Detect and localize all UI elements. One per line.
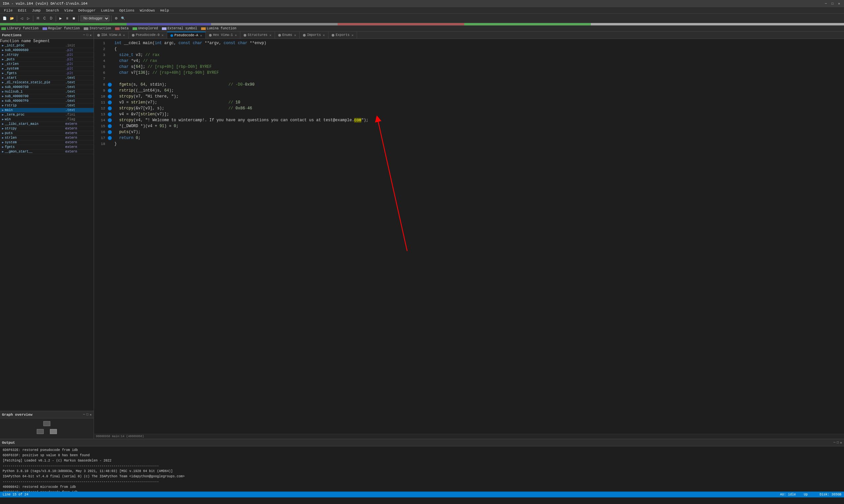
line-breakpoint-dot[interactable] xyxy=(108,142,112,146)
line-breakpoint-dot[interactable] xyxy=(108,59,112,63)
menu-windows[interactable]: Windows xyxy=(137,8,158,13)
function-row-sub_400007F0[interactable]: ▶sub_400007F0.text xyxy=(0,99,93,104)
line-breakpoint-dot[interactable] xyxy=(108,41,112,45)
output-close[interactable]: ✕ xyxy=(840,441,842,445)
toolbar-misc1[interactable]: ⚙ xyxy=(113,16,119,21)
function-row-_dl_relocate_static_pie[interactable]: ▶_dl_relocate_static_pie.text xyxy=(0,80,93,85)
debugger-selector[interactable]: No debugger xyxy=(81,16,109,21)
function-row-fgets[interactable]: ▶fgetsextern xyxy=(0,145,93,149)
line-breakpoint-dot[interactable] xyxy=(108,112,112,116)
toolbar-run[interactable]: ▶ xyxy=(58,16,64,21)
line-breakpoint-dot[interactable] xyxy=(108,71,112,75)
functions-table[interactable]: ▶_init_proc.init▶sub_40000680.plt▶_strcp… xyxy=(0,43,93,436)
function-row-nullsub_1[interactable]: ▶nullsub_1.text xyxy=(0,90,93,94)
function-row-_term_proc[interactable]: ▶_term_proc.fini xyxy=(0,113,93,117)
menu-search[interactable]: Search xyxy=(43,8,62,13)
line-breakpoint-dot[interactable] xyxy=(108,118,112,122)
line-breakpoint-dot[interactable] xyxy=(108,101,112,104)
toolbar-hex[interactable]: H xyxy=(35,16,41,21)
function-row-main[interactable]: ▶main.text xyxy=(0,108,93,113)
line-breakpoint-dot[interactable] xyxy=(108,65,112,69)
graph-overview-float[interactable]: □ xyxy=(86,413,88,417)
tab-exports-close[interactable]: ✕ xyxy=(351,33,354,37)
function-row-strcpy[interactable]: ▶strcpyextern xyxy=(0,126,93,131)
toolbar-back[interactable]: ◁ xyxy=(19,16,25,21)
window-controls[interactable]: ─ □ ✕ xyxy=(824,1,841,6)
output-content[interactable]: 6D6F632E: restored pseudocode from idb6D… xyxy=(0,446,844,491)
function-row-win[interactable]: ▶win.flag xyxy=(0,117,93,122)
line-breakpoint-dot[interactable] xyxy=(108,77,112,81)
line-breakpoint-dot[interactable] xyxy=(108,53,112,57)
toolbar-misc2[interactable]: 🔍 xyxy=(120,16,126,21)
line-breakpoint-dot[interactable] xyxy=(108,47,112,51)
tab-imports-label: Imports xyxy=(307,33,321,37)
function-row-_strcpy[interactable]: ▶_strcpy.plt xyxy=(0,53,93,57)
tab-pseudocode-0[interactable]: Pseudocode-0 ✕ xyxy=(128,32,167,39)
function-row-sub_40000680[interactable]: ▶sub_40000680.plt xyxy=(0,48,93,53)
functions-panel-minimize[interactable]: ─ xyxy=(83,33,85,37)
menu-debugger[interactable]: Debugger xyxy=(75,8,98,13)
tab-pseudocode-0-close[interactable]: ✕ xyxy=(161,33,163,37)
function-row-_fgets[interactable]: ▶_fgets.plt xyxy=(0,71,93,76)
toolbar-code[interactable]: C xyxy=(41,16,48,21)
function-row-_strlen[interactable]: ▶_strlen.plt xyxy=(0,62,93,67)
output-minimize[interactable]: ─ xyxy=(833,441,836,445)
function-row-__libc_start_main[interactable]: ▶__libc_start_mainextern xyxy=(0,122,93,126)
line-breakpoint-dot[interactable] xyxy=(108,136,112,140)
tab-pseudocode-a-close[interactable]: ✕ xyxy=(200,34,202,38)
menu-edit[interactable]: Edit xyxy=(15,8,29,13)
toolbar-stop[interactable]: ⏹ xyxy=(71,16,77,21)
tab-hex-view-1[interactable]: Hex View-1 ✕ xyxy=(206,32,240,39)
function-row-__gmon_start__[interactable]: ▶__gmon_start__extern xyxy=(0,149,93,154)
line-breakpoint-dot[interactable] xyxy=(108,83,112,87)
line-breakpoint-dot[interactable] xyxy=(108,94,112,98)
functions-panel-close[interactable]: ✕ xyxy=(90,33,92,37)
graph-overview-minimize[interactable]: ─ xyxy=(83,413,85,417)
function-row-strlen[interactable]: ▶strlenextern xyxy=(0,136,93,140)
line-breakpoint-dot[interactable] xyxy=(108,89,112,93)
function-row-sub_400007S0[interactable]: ▶sub_400007S0.text xyxy=(0,85,93,90)
function-row-puts[interactable]: ▶putsextern xyxy=(0,131,93,136)
toolbar-forward[interactable]: ▷ xyxy=(25,16,31,21)
function-row-rstrip[interactable]: ▶rstrip.text xyxy=(0,104,93,108)
tab-enums-close[interactable]: ✕ xyxy=(294,33,296,37)
function-row-sub_40000700[interactable]: ▶sub_40000700.text xyxy=(0,94,93,99)
graph-overview-close[interactable]: ✕ xyxy=(90,413,92,417)
tab-exports[interactable]: Exports ✕ xyxy=(328,32,357,39)
menu-jump[interactable]: Jump xyxy=(29,8,43,13)
tab-pseudocode-a[interactable]: Pseudocode-A ✕ xyxy=(167,32,206,39)
tab-hex-view-1-close[interactable]: ✕ xyxy=(235,33,237,37)
tab-enums[interactable]: Enums ✕ xyxy=(275,32,300,39)
menu-file[interactable]: File xyxy=(1,8,15,13)
function-row-_system[interactable]: ▶_system.plt xyxy=(0,67,93,71)
menu-lumina[interactable]: Lumina xyxy=(98,8,117,13)
line-breakpoint-dot[interactable] xyxy=(108,130,112,134)
menu-help[interactable]: Help xyxy=(158,8,171,13)
minimize-button[interactable]: ─ xyxy=(824,1,828,6)
function-segment: .plt xyxy=(65,49,92,52)
toolbar-pause[interactable]: ⏸ xyxy=(64,16,70,21)
close-button[interactable]: ✕ xyxy=(837,1,841,6)
functions-panel-float[interactable]: □ xyxy=(86,33,88,37)
tab-ida-view-a-close[interactable]: ✕ xyxy=(123,33,125,37)
output-float[interactable]: □ xyxy=(837,441,839,445)
maximize-button[interactable]: □ xyxy=(830,1,835,6)
menu-options[interactable]: Options xyxy=(117,8,137,13)
tab-hex-view-1-label: Hex View-1 xyxy=(213,33,233,37)
line-breakpoint-dot[interactable] xyxy=(108,124,112,128)
tab-imports-close[interactable]: ✕ xyxy=(323,33,325,37)
toolbar-data[interactable]: D xyxy=(48,16,54,21)
toolbar-open[interactable]: 📂 xyxy=(8,16,15,21)
tab-ida-view-a[interactable]: IDA View-A ✕ xyxy=(94,32,128,39)
function-row-_start[interactable]: ▶_start.text xyxy=(0,76,93,80)
function-row-system[interactable]: ▶systemextern xyxy=(0,140,93,145)
function-row-_init_proc[interactable]: ▶_init_proc.init xyxy=(0,43,93,48)
line-breakpoint-dot[interactable] xyxy=(108,106,112,110)
toolbar-new[interactable]: 📄 xyxy=(1,16,8,21)
tab-structures[interactable]: Structures ✕ xyxy=(240,32,275,39)
function-row-_puts[interactable]: ▶_puts.plt xyxy=(0,57,93,62)
tab-structures-close[interactable]: ✕ xyxy=(269,33,271,37)
tab-imports[interactable]: Imports ✕ xyxy=(300,32,328,39)
code-content[interactable]: 1int __cdecl main(int argc, const char *… xyxy=(94,39,844,434)
menu-view[interactable]: View xyxy=(62,8,75,13)
